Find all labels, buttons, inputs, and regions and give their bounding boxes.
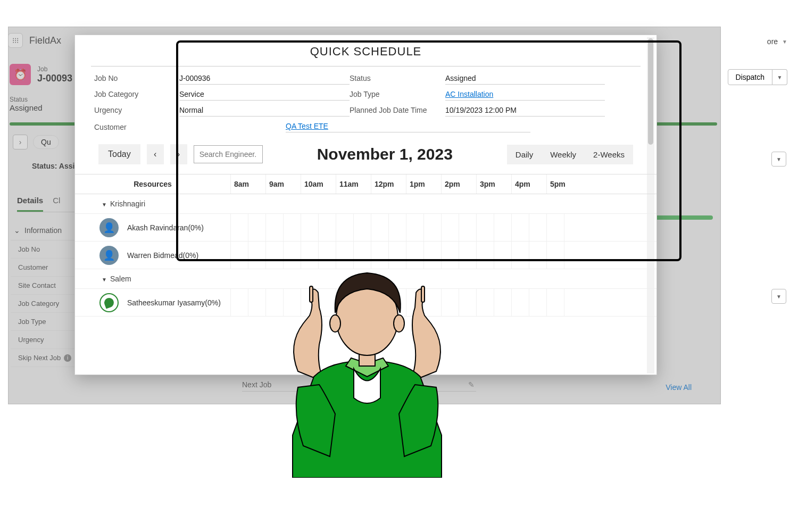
timeline-cell[interactable] [248,214,265,241]
timeline-cell[interactable] [529,242,546,269]
timeline-cell[interactable] [546,214,564,241]
timeline-cell[interactable] [371,214,388,241]
next-button[interactable]: › [170,144,187,164]
meta-customer-link[interactable]: QA Test ETE [286,122,530,132]
timeline-cell[interactable] [230,214,248,241]
app-launcher-icon[interactable]: ⁝⁝⁝ [8,33,23,48]
scrollbar-thumb[interactable] [648,38,653,145]
resource-group-row[interactable]: ▼Krishnagiri [75,194,656,214]
meta-category-label: Job Category [94,90,179,101]
timeline-cell[interactable] [459,214,476,241]
hour-header: 5pm [546,174,581,194]
dispatch-button[interactable]: Dispatch [728,69,772,85]
info-section-title: Information [24,226,62,235]
timeline-cell[interactable] [511,289,529,316]
hour-header: 10am [301,174,336,194]
timeline-cell[interactable] [265,214,283,241]
meta-jobtype-label: Job Type [350,90,445,101]
schedule-date: November 1, 2023 [269,145,501,163]
svg-point-4 [330,315,340,332]
hour-header: 1pm [406,174,441,194]
avatar-person-icon: 👤 [99,246,119,265]
avatar-person-icon: 👤 [99,218,119,237]
chevron-down-icon: ⌄ [14,226,20,235]
divider [91,66,641,66]
widget-dropdown-1[interactable]: ▼ [771,152,786,167]
prev-button[interactable]: ‹ [147,144,164,164]
timeline-cell[interactable] [564,289,581,316]
svg-rect-0 [310,286,313,302]
hour-header: 4pm [511,174,546,194]
info-icon[interactable]: i [64,354,71,362]
timeline-cell[interactable] [441,214,459,241]
timeline-cell[interactable] [564,242,581,269]
caret-down-icon: ▼ [102,277,107,282]
timeline-cell[interactable] [476,214,494,241]
timeline-cell[interactable] [301,214,318,241]
status-label: Status [10,96,43,103]
hour-header: 9am [265,174,301,194]
timeline-cell[interactable] [230,242,248,269]
engineer-name: Satheeskumar Iyasamy(0%) [127,298,221,307]
view-weekly-button[interactable]: Weekly [542,145,585,164]
modal-title: QUICK SCHEDULE [75,35,656,66]
hour-header: 12pm [371,174,406,194]
timeline-cell[interactable] [494,242,511,269]
timeline-cell[interactable] [529,289,546,316]
timeline-row[interactable] [230,214,656,241]
meta-customer-label: Customer [94,123,179,131]
meta-status-value: Assigned [445,74,605,85]
timeline-cell[interactable] [318,214,336,241]
resources-column-header: Resources [75,174,230,194]
timeline-cell[interactable] [546,242,564,269]
tab-other[interactable]: Cl [53,196,60,212]
view-daily-button[interactable]: Daily [507,145,542,164]
today-button[interactable]: Today [98,144,140,164]
hour-header: 2pm [441,174,476,194]
timeline-cell[interactable] [494,214,511,241]
timeline-cell[interactable] [353,214,371,241]
view-2weeks-button[interactable]: 2-Weeks [585,145,633,164]
timeline-cell[interactable] [564,214,581,241]
widget-dropdown-2[interactable]: ▼ [771,289,786,304]
timeline-cell[interactable] [511,214,529,241]
tab-details[interactable]: Details [17,196,43,212]
job-header: ⏰ Job J-00093 [10,64,72,85]
expand-button[interactable]: › [13,135,28,149]
meta-jobtype-link[interactable]: AC Installation [445,90,605,101]
meta-urgency-label: Urgency [94,106,179,117]
view-all-link[interactable]: View All [666,383,692,392]
timeline-cell[interactable] [388,214,406,241]
timeline-cell[interactable] [406,214,423,241]
timeline-cell[interactable] [494,289,511,316]
quick-pill[interactable]: Qu [33,135,59,149]
timeline-cell[interactable] [423,214,441,241]
meta-jobno-value: J-000936 [179,74,350,85]
app-name: FieldAx [29,35,61,46]
svg-rect-1 [421,286,425,302]
engineer-row[interactable]: 👤Akash Ravindaran(0%) [75,214,656,242]
top-nav-more[interactable]: ore ▼ [767,37,787,46]
meta-planned-value: 10/19/2023 12:00 PM [445,106,605,117]
schedule-controls: Today ‹ › November 1, 2023 Daily Weekly … [75,132,656,164]
engineer-name: Warren Bidmead(0%) [127,251,198,260]
meta-urgency-value: Normal [179,106,350,117]
job-icon: ⏰ [10,64,31,85]
status-filter: Status: Assi [32,162,74,170]
schedule-header: Resources 8am 9am 10am 11am 12pm 1pm 2pm… [75,174,656,194]
engineer-search-input[interactable] [194,145,263,163]
timeline-cell[interactable] [336,214,353,241]
view-switcher: Daily Weekly 2-Weeks [507,145,633,164]
svg-point-5 [394,315,404,332]
chevron-down-icon: ▼ [782,39,787,45]
timeline-cell[interactable] [283,214,301,241]
timeline-cell[interactable] [511,242,529,269]
app-header: ⁝⁝⁝ FieldAx [8,33,61,48]
dispatch-dropdown[interactable]: ▼ [772,69,787,85]
timeline-cell[interactable] [230,289,248,316]
timeline-cell[interactable] [529,214,546,241]
job-object-label: Job [37,65,72,73]
group-name: Salem [110,275,131,283]
timeline-cell[interactable] [546,289,564,316]
hour-header: 8am [230,174,265,194]
